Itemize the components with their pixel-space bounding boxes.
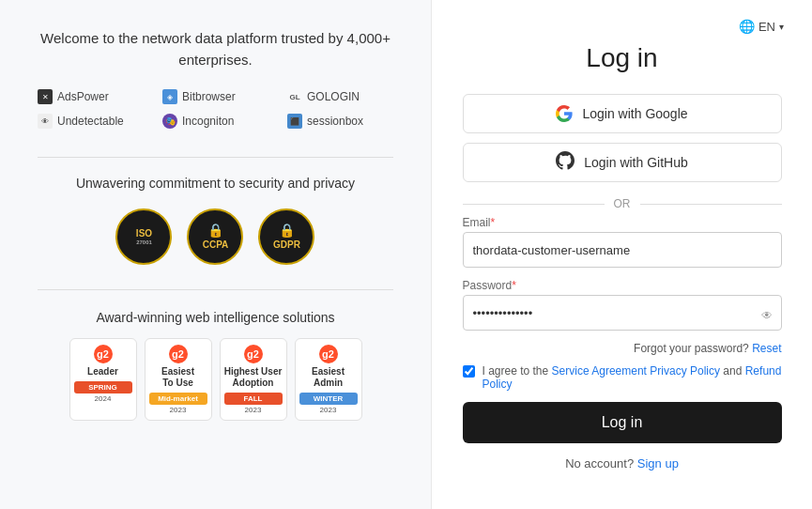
award-label: EasiestAdmin [299, 366, 358, 389]
forgot-prefix: Forgot your password? [634, 342, 749, 355]
badge-iso-sub: 27001 [136, 239, 152, 245]
or-divider: OR [463, 197, 782, 210]
award-label: Leader [74, 366, 132, 378]
award-badge: FALL [224, 393, 283, 405]
security-section: Unwavering commitment to security and pr… [76, 175, 355, 280]
github-btn-label: Login with GitHub [584, 155, 688, 170]
g2-logo: g2 [169, 345, 188, 363]
agree-text: I agree to the Service Agreement Privacy… [483, 364, 782, 391]
award-cards: g2 Leader SPRING 2024 g2 EasiestTo Use M… [69, 338, 362, 421]
login-container: Log in Login with Google Login with GitH… [460, 43, 784, 490]
sessionbox-icon: ⬛ [287, 114, 302, 129]
partner-label: GOLOGIN [307, 90, 360, 103]
bitbrowser-icon: ◈ [162, 89, 177, 104]
iso-badge: ISO 27001 [115, 208, 172, 265]
badge-ccpa-label: CCPA [203, 239, 229, 250]
google-icon [556, 105, 573, 122]
partner-undetectable: 👁 Undetectable [38, 114, 144, 129]
password-form-group: Password* 👁 [463, 279, 782, 331]
partner-gologin: GL GOLOGIN [287, 89, 393, 104]
forgot-password: Forgot your password? Reset [463, 342, 782, 355]
reset-link[interactable]: Reset [752, 342, 781, 355]
email-required: * [491, 216, 496, 229]
g2-logo: g2 [244, 345, 263, 363]
g2-logo: g2 [94, 345, 113, 363]
lang-selector[interactable]: EN ▾ [758, 20, 784, 34]
security-title: Unwavering commitment to security and pr… [76, 175, 355, 193]
password-input[interactable] [463, 295, 782, 331]
lang-label: EN [758, 20, 775, 34]
ccpa-badge: 🔒 CCPA [187, 208, 243, 265]
partner-incogniton: 🎭 Incogniton [162, 114, 268, 129]
undetectable-icon: 👁 [38, 114, 53, 129]
right-panel: 🌐 EN ▾ Log in Login with Google Login wi… [432, 0, 812, 509]
award-section: Award-winning web intelligence solutions… [69, 309, 362, 422]
email-form-group: Email* [463, 216, 782, 268]
gdpr-icon: 🔒 [279, 223, 295, 238]
award-badge: Mid-market [149, 393, 207, 405]
left-panel: Welcome to the network data platform tru… [0, 0, 432, 509]
password-toggle-icon[interactable]: 👁 [761, 308, 773, 321]
award-easiest-use: g2 EasiestTo Use Mid-market 2023 [145, 338, 212, 421]
divider2 [38, 289, 393, 290]
gologin-icon: GL [287, 89, 302, 104]
service-agreement-link[interactable]: Service Agreement [552, 364, 647, 378]
badge-gdpr-label: GDPR [273, 239, 300, 250]
award-badge: SPRING [74, 381, 132, 393]
google-login-button[interactable]: Login with Google [463, 94, 782, 133]
or-text: OR [614, 197, 631, 210]
github-login-button[interactable]: Login with GitHub [463, 143, 782, 182]
g2-logo: g2 [319, 345, 338, 363]
github-icon [556, 151, 575, 175]
password-required: * [512, 279, 516, 292]
agree-checkbox[interactable] [463, 365, 475, 378]
or-line-left [463, 204, 605, 205]
globe-icon: 🌐 [739, 19, 755, 34]
partners-grid: ✕ AdsPower ◈ Bitbrowser GL GOLOGIN 👁 Und… [38, 89, 393, 129]
signup-text: No account? Sign up [565, 456, 679, 470]
award-year: 2024 [74, 394, 132, 403]
incogniton-icon: 🎭 [162, 114, 177, 129]
award-year: 2023 [299, 406, 358, 414]
top-bar: 🌐 EN ▾ [460, 19, 784, 34]
welcome-text: Welcome to the network data platform tru… [38, 28, 393, 70]
email-input[interactable] [463, 232, 782, 268]
chevron-down-icon: ▾ [779, 22, 784, 32]
award-badge: WINTER [299, 393, 358, 405]
award-highest-adoption: g2 Highest UserAdoption FALL 2023 [220, 338, 287, 421]
award-year: 2023 [149, 406, 207, 414]
partner-sessionbox: ⬛ sessionbox [287, 114, 393, 129]
badges-row: ISO 27001 🔒 CCPA 🔒 GDPR [76, 208, 355, 265]
divider [38, 157, 393, 158]
login-button[interactable]: Log in [463, 402, 782, 443]
partner-adspower: ✕ AdsPower [38, 89, 144, 104]
privacy-policy-link[interactable]: Privacy Policy [650, 364, 720, 378]
award-year: 2023 [224, 406, 283, 414]
award-label: Highest UserAdoption [224, 366, 283, 389]
partner-bitbrowser: ◈ Bitbrowser [162, 89, 268, 104]
signup-link[interactable]: Sign up [637, 456, 679, 470]
email-label: Email* [463, 216, 782, 229]
password-label: Password* [463, 279, 782, 292]
partner-label: Bitbrowser [182, 90, 236, 103]
partner-label: Undetectable [57, 115, 124, 128]
agree-row: I agree to the Service Agreement Privacy… [463, 364, 782, 391]
gdpr-badge: 🔒 GDPR [258, 208, 314, 265]
ccpa-icon: 🔒 [207, 223, 223, 238]
google-btn-label: Login with Google [582, 106, 687, 121]
partner-label: Incogniton [182, 115, 234, 128]
adspower-icon: ✕ [38, 89, 53, 104]
award-leader: g2 Leader SPRING 2024 [69, 338, 137, 421]
award-easiest-admin: g2 EasiestAdmin WINTER 2023 [295, 338, 362, 421]
badge-iso-label: ISO [136, 228, 152, 239]
or-line-right [640, 204, 782, 205]
login-title: Log in [586, 43, 657, 73]
award-title: Award-winning web intelligence solutions [69, 309, 362, 328]
award-label: EasiestTo Use [149, 366, 207, 389]
partner-label: sessionbox [307, 115, 363, 128]
partner-label: AdsPower [57, 90, 109, 103]
